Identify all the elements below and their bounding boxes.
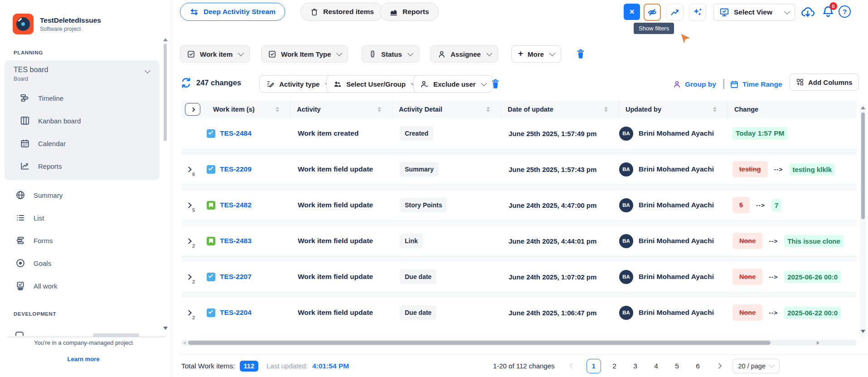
sidebar-item-all-work[interactable]: All work xyxy=(0,274,171,297)
time-range-button[interactable]: Time Range xyxy=(730,80,782,89)
timeline-icon xyxy=(20,93,30,103)
sidebar-item-calendar[interactable]: Calendar xyxy=(5,132,160,155)
table-horizontal-scrollbar[interactable] xyxy=(181,340,857,346)
select-view-dropdown[interactable]: Select View xyxy=(713,4,795,21)
scroll-down-icon[interactable] xyxy=(163,327,168,330)
sidebar-item-forms[interactable]: Forms xyxy=(0,229,171,252)
table-vertical-scrollbar[interactable] xyxy=(860,104,866,338)
group-by-button[interactable]: Group by xyxy=(673,80,716,88)
sidebar-item-label: Goals xyxy=(34,259,51,267)
project-header: TestDeletedIssues Software project xyxy=(13,14,101,34)
clear-filters-button[interactable] xyxy=(575,48,587,62)
help-button[interactable]: ? xyxy=(839,5,851,18)
sidebar-item-summary[interactable]: Summary xyxy=(0,184,171,206)
filter-exclude-user[interactable]: Exclude user xyxy=(413,75,493,93)
work-item-link[interactable]: TES-2209 xyxy=(220,165,252,173)
column-header-date[interactable]: Date of update xyxy=(501,101,619,118)
expand-all-button[interactable] xyxy=(185,103,200,116)
scroll-up-icon[interactable] xyxy=(163,38,168,41)
sort-icon[interactable] xyxy=(276,107,279,112)
forms-icon xyxy=(15,235,25,245)
sidebar-item-reports[interactable]: Reports xyxy=(5,155,160,177)
reports-button[interactable]: Reports xyxy=(380,3,439,21)
filter-work-item[interactable]: Work item xyxy=(180,45,250,63)
pagination-page-3[interactable]: 3 xyxy=(628,359,643,373)
restored-items-button[interactable]: Restored items xyxy=(301,3,383,21)
pagination-page-4[interactable]: 4 xyxy=(649,359,664,373)
pagination-next-button[interactable] xyxy=(712,359,726,373)
filter-work-item-type[interactable]: Work Item Type xyxy=(261,45,348,63)
pagination-page-6[interactable]: 6 xyxy=(691,359,705,373)
project-name: TestDeletedIssues xyxy=(40,16,101,24)
sort-icon[interactable] xyxy=(378,107,381,112)
clear-activity-filters-button[interactable] xyxy=(490,78,501,92)
sidebar-item-list[interactable]: List xyxy=(0,206,171,229)
board-header[interactable]: TES board Board xyxy=(14,66,48,82)
work-item-link[interactable]: TES-2483 xyxy=(220,237,252,245)
work-item-link[interactable]: TES-2482 xyxy=(220,201,252,209)
sparkles-icon xyxy=(693,7,703,17)
scroll-up-icon[interactable] xyxy=(861,106,865,109)
activity-cell: Work item field update xyxy=(291,273,393,281)
grouped-count: 5 xyxy=(192,207,195,213)
chevron-down-icon[interactable] xyxy=(145,68,150,73)
pagination-page-5[interactable]: 5 xyxy=(670,359,684,373)
scroll-down-icon[interactable] xyxy=(861,330,865,333)
app-root: TestDeletedIssues Software project PLANN… xyxy=(0,0,868,377)
sidebar-scrollbar[interactable] xyxy=(162,37,169,337)
sidebar-item-label: Reports xyxy=(38,162,62,170)
sidebar-item-kanban-board[interactable]: Kanban board xyxy=(5,109,160,132)
filter-select-user-group[interactable]: Select User/Group xyxy=(326,75,423,93)
column-header-activity-detail[interactable]: Activity Detail xyxy=(393,101,501,118)
scroll-left-icon[interactable] xyxy=(183,341,186,345)
row-expand-toggle[interactable]: 2 xyxy=(181,273,207,281)
trend-chart-button[interactable] xyxy=(666,4,684,21)
vertical-scroll-thumb[interactable] xyxy=(861,113,865,219)
filter-status[interactable]: Status xyxy=(362,45,419,63)
filter-activity-type[interactable]: Activity type xyxy=(259,75,337,93)
ai-sparkles-button[interactable] xyxy=(689,4,706,21)
learn-more-link[interactable]: Learn more xyxy=(0,356,167,362)
work-item-link[interactable]: TES-2207 xyxy=(220,273,252,281)
task-type-icon xyxy=(207,308,215,317)
pagination-page-2[interactable]: 2 xyxy=(607,359,622,373)
row-expand-toggle[interactable]: 2 xyxy=(181,237,207,245)
date-cell: June 24th 2025, 1:06:47 pm xyxy=(501,309,619,317)
pagination-page-1[interactable]: 1 xyxy=(587,359,601,373)
pagination-prev-button[interactable] xyxy=(566,359,580,373)
filter-assignee[interactable]: Assignee xyxy=(431,45,498,63)
sort-icon[interactable] xyxy=(713,107,717,112)
column-header-change[interactable]: Change xyxy=(728,101,857,118)
status-icon xyxy=(369,50,377,58)
refresh-button[interactable] xyxy=(180,77,192,91)
row-expand-toggle[interactable]: 6 xyxy=(181,165,207,173)
group-by-label: Group by xyxy=(685,80,716,88)
row-expand-toggle[interactable]: 2 xyxy=(181,308,207,317)
row-expand-toggle[interactable]: 5 xyxy=(181,201,207,209)
board-title: TES board xyxy=(14,66,48,74)
show-filters-button[interactable] xyxy=(644,4,661,21)
chevron-right-icon xyxy=(186,166,192,172)
close-filters-button[interactable]: × xyxy=(624,4,640,20)
sidebar-scroll-thumb[interactable] xyxy=(164,44,167,141)
sidebar-item-timeline[interactable]: Timeline xyxy=(5,87,160,109)
more-filters-button[interactable]: + More xyxy=(511,45,561,63)
sort-icon[interactable] xyxy=(486,107,490,112)
sort-icon[interactable] xyxy=(604,107,608,112)
column-header-activity[interactable]: Activity xyxy=(291,101,393,118)
horizontal-scroll-thumb[interactable] xyxy=(188,341,771,345)
page-size-dropdown[interactable]: 20 / page xyxy=(732,359,780,373)
sidebar-item-label: Summary xyxy=(34,191,63,199)
add-columns-button[interactable]: Add Columns xyxy=(790,73,859,91)
work-item-link[interactable]: TES-2204 xyxy=(220,308,252,317)
column-label: Date of update xyxy=(508,106,553,113)
chevron-right-icon xyxy=(190,107,195,112)
column-header-work-item[interactable]: Work item (s) xyxy=(207,101,291,118)
sidebar-item-goals[interactable]: Goals xyxy=(0,252,171,274)
scroll-right-icon[interactable] xyxy=(817,341,820,345)
work-item-link[interactable]: TES-2484 xyxy=(220,129,252,137)
column-header-updated-by[interactable]: Updated by xyxy=(619,101,728,118)
row-divider xyxy=(181,149,857,154)
export-cloud-button[interactable] xyxy=(800,5,815,21)
deep-activity-stream-button[interactable]: Deep Activitiy Stream xyxy=(180,3,285,21)
